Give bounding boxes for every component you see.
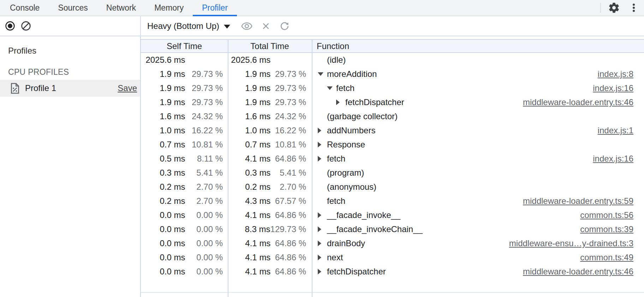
self-time-ms: 0.0 ms bbox=[141, 224, 185, 234]
function-cell: (program) bbox=[312, 166, 644, 180]
tab-sources[interactable]: Sources bbox=[49, 0, 97, 16]
restore-refresh-icon[interactable] bbox=[279, 20, 290, 32]
total-time-pct: 29.73 % bbox=[270, 69, 312, 79]
column-header-function[interactable]: Function bbox=[312, 41, 644, 51]
table-row[interactable]: 0.0 ms0.00 %4.1 ms64.86 %drainBodymiddle… bbox=[141, 236, 644, 250]
table-row[interactable]: 1.9 ms29.73 %1.9 ms29.73 %moreAdditionin… bbox=[141, 67, 644, 81]
source-location-link[interactable]: index.js:8 bbox=[598, 69, 644, 79]
profile-view-select[interactable]: Heavy (Bottom Up) bbox=[147, 21, 230, 31]
table-row[interactable]: 1.9 ms29.73 %1.9 ms29.73 %fetchindex.js:… bbox=[141, 81, 644, 95]
tab-console[interactable]: Console bbox=[1, 0, 49, 16]
function-name: fetch bbox=[327, 154, 345, 164]
tree-indent bbox=[336, 99, 345, 105]
function-name: Response bbox=[327, 140, 365, 150]
save-profile-link[interactable]: Save bbox=[118, 83, 137, 93]
table-row[interactable]: 0.0 ms0.00 %8.3 ms129.73 %__facade_invok… bbox=[141, 222, 644, 236]
expand-arrow-icon[interactable] bbox=[336, 99, 340, 105]
expand-arrow-icon[interactable] bbox=[318, 156, 321, 162]
source-location-link[interactable]: index.js:16 bbox=[593, 83, 644, 93]
tab-profiler[interactable]: Profiler bbox=[193, 0, 237, 16]
source-location-link[interactable]: middleware-loader.entry.ts:59 bbox=[523, 196, 644, 206]
table-row[interactable]: 0.7 ms10.81 %0.7 ms10.81 %Response bbox=[141, 138, 644, 152]
table-row[interactable]: 1.6 ms24.32 %1.6 ms24.32 %(garbage colle… bbox=[141, 109, 644, 123]
source-location-link[interactable]: middleware-loader.entry.ts:46 bbox=[523, 97, 644, 107]
column-divider[interactable] bbox=[312, 39, 312, 297]
total-time-pct: 29.73 % bbox=[270, 97, 312, 107]
self-time-ms: 0.0 ms bbox=[141, 253, 185, 262]
expand-arrow-icon[interactable] bbox=[318, 128, 321, 133]
total-time-cell: 4.1 ms64.86 % bbox=[228, 152, 312, 166]
settings-gear-icon[interactable] bbox=[608, 2, 620, 14]
self-time-ms: 0.2 ms bbox=[141, 196, 185, 206]
expand-arrow-icon[interactable] bbox=[318, 142, 321, 147]
tree-indent bbox=[318, 142, 327, 147]
total-time-ms: 4.3 ms bbox=[228, 196, 270, 206]
source-location-link[interactable]: middleware-ensu…y-drained.ts:3 bbox=[509, 238, 644, 248]
total-time-ms: 4.1 ms bbox=[228, 154, 270, 164]
source-location-link[interactable]: index.js:1 bbox=[598, 126, 644, 135]
table-row[interactable]: 0.5 ms8.11 %4.1 ms64.86 %fetchindex.js:1… bbox=[141, 152, 644, 166]
tab-memory[interactable]: Memory bbox=[145, 0, 193, 16]
profile-list-item[interactable]: Profile 1 Save bbox=[0, 80, 140, 97]
expand-arrow-icon[interactable] bbox=[318, 255, 321, 260]
source-location-link[interactable]: common.ts:39 bbox=[580, 224, 644, 234]
total-time-pct: 129.73 % bbox=[270, 224, 312, 234]
self-time-cell: 1.9 ms29.73 % bbox=[141, 67, 228, 81]
total-time-ms: 0.7 ms bbox=[228, 140, 270, 150]
collapse-arrow-icon[interactable] bbox=[318, 72, 323, 76]
table-row[interactable]: 0.3 ms5.41 %0.3 ms5.41 %(program) bbox=[141, 166, 644, 180]
profile-name: Profile 1 bbox=[25, 83, 56, 93]
function-name: fetch bbox=[327, 196, 345, 206]
self-time-pct: 29.73 % bbox=[185, 83, 228, 93]
expand-arrow-icon[interactable] bbox=[318, 226, 321, 232]
tabbar-right-controls bbox=[600, 0, 644, 16]
table-row[interactable]: 0.0 ms0.00 %4.1 ms64.86 %fetchDispatcher… bbox=[141, 265, 644, 279]
self-time-ms: 1.9 ms bbox=[141, 97, 185, 107]
tab-network[interactable]: Network bbox=[97, 0, 145, 16]
total-time-ms: 1.9 ms bbox=[228, 69, 270, 79]
source-location-link[interactable]: common.ts:49 bbox=[580, 253, 644, 262]
more-options-kebab-icon[interactable] bbox=[628, 2, 639, 13]
tree-indent bbox=[318, 255, 327, 260]
expand-arrow-icon[interactable] bbox=[318, 241, 321, 246]
source-location-link[interactable]: common.ts:56 bbox=[580, 210, 644, 220]
expand-arrow-icon[interactable] bbox=[318, 212, 321, 218]
self-time-cell: 0.2 ms2.70 % bbox=[141, 180, 228, 194]
tabbar-divider bbox=[600, 3, 601, 13]
table-row[interactable]: 0.0 ms0.00 %4.1 ms64.86 %nextcommon.ts:4… bbox=[141, 250, 644, 265]
function-cell: fetchindex.js:16 bbox=[312, 81, 644, 95]
total-time-pct: 64.86 % bbox=[270, 210, 312, 220]
total-time-cell: 4.1 ms64.86 % bbox=[228, 250, 312, 265]
table-row[interactable]: 1.9 ms29.73 %1.9 ms29.73 %fetchDispatche… bbox=[141, 95, 644, 109]
table-row[interactable]: 0.2 ms2.70 %0.2 ms2.70 %(anonymous) bbox=[141, 180, 644, 194]
total-time-cell: 4.1 ms64.86 % bbox=[228, 236, 312, 250]
record-toggle-icon[interactable] bbox=[5, 20, 16, 31]
self-time-cell: 0.0 ms0.00 % bbox=[141, 236, 228, 250]
expand-arrow-icon[interactable] bbox=[318, 269, 321, 274]
tree-indent bbox=[318, 269, 327, 274]
self-time-cell: 0.0 ms0.00 % bbox=[141, 222, 228, 236]
collapse-arrow-icon[interactable] bbox=[327, 86, 333, 90]
column-header-self-time[interactable]: Self Time bbox=[141, 41, 228, 51]
source-location-link[interactable]: index.js:16 bbox=[593, 154, 644, 164]
column-divider[interactable] bbox=[228, 39, 228, 297]
eye-focus-icon[interactable] bbox=[241, 20, 253, 32]
function-cell: __facade_invokeChain__common.ts:39 bbox=[312, 222, 644, 236]
total-time-pct: 2.70 % bbox=[270, 182, 312, 192]
clear-all-profiles-icon[interactable] bbox=[20, 20, 31, 31]
sidebar-title: Profiles bbox=[8, 46, 140, 56]
self-time-cell: 1.6 ms24.32 % bbox=[141, 109, 228, 123]
table-row[interactable]: 1.0 ms16.22 %1.0 ms16.22 %addNumbersinde… bbox=[141, 123, 644, 138]
total-time-cell: 1.9 ms29.73 % bbox=[228, 81, 312, 95]
source-location-link[interactable]: middleware-loader.entry.ts:46 bbox=[523, 267, 644, 277]
grid-filler-row bbox=[141, 279, 644, 293]
table-row[interactable]: 0.2 ms2.70 %4.3 ms67.57 %fetchmiddleware… bbox=[141, 194, 644, 208]
table-row[interactable]: 2025.6 ms2025.6 ms(idle) bbox=[141, 53, 644, 67]
total-time-cell: 2025.6 ms bbox=[228, 53, 312, 67]
exclude-x-icon[interactable] bbox=[261, 21, 271, 31]
function-cell: fetchDispatchermiddleware-loader.entry.t… bbox=[312, 265, 644, 279]
function-name: fetchDispatcher bbox=[327, 267, 386, 277]
column-header-total-time[interactable]: Total Time bbox=[228, 41, 312, 51]
tree-indent bbox=[318, 212, 327, 218]
table-row[interactable]: 0.0 ms0.00 %4.1 ms64.86 %__facade_invoke… bbox=[141, 208, 644, 222]
